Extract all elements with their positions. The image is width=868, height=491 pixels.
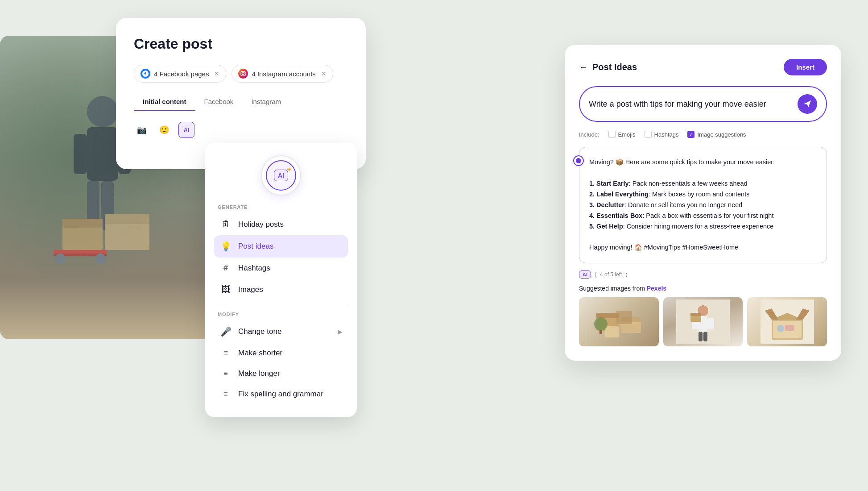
image-person-content	[663, 297, 743, 346]
tab-facebook[interactable]: Facebook	[195, 93, 243, 111]
generate-section-label: GENERATE	[214, 204, 348, 210]
svg-rect-22	[616, 311, 632, 324]
emojis-label: Emojis	[618, 131, 636, 138]
hashtags-label: Hashtags	[238, 264, 270, 273]
svg-rect-2	[74, 134, 87, 174]
menu-item-make-longer[interactable]: ≡ Make longer	[214, 363, 348, 384]
menu-item-change-tone[interactable]: 🎤 Change tone ▶	[214, 320, 348, 343]
image-thumb-3[interactable]	[747, 297, 827, 346]
svg-rect-18	[596, 313, 619, 318]
menu-item-fix-spelling[interactable]: ≡ Fix spelling and grammar	[214, 384, 348, 404]
image-upload-icon[interactable]: 📷	[134, 122, 150, 138]
svg-rect-7	[62, 219, 103, 228]
longer-icon: ≡	[219, 370, 232, 378]
ai-generate-menu: AI GENERATE 🗓 Holiday posts 💡 Post ideas…	[205, 143, 357, 417]
tab-instagram[interactable]: Instagram	[242, 93, 290, 111]
image-suggestions-label: Image suggestions	[697, 131, 746, 138]
svg-rect-31	[703, 332, 707, 341]
include-bar: Include: Emojis Hashtags ✓ Image suggest…	[579, 131, 827, 138]
include-hashtags[interactable]: Hashtags	[645, 131, 679, 138]
result-item-5: 5. Get Help: Consider hiring movers for …	[589, 221, 817, 232]
make-shorter-label: Make shorter	[238, 349, 282, 358]
image-suggestions-checkbox[interactable]: ✓	[687, 131, 694, 138]
menu-item-post-ideas[interactable]: 💡 Post ideas	[214, 235, 348, 258]
result-radio[interactable]	[573, 155, 584, 166]
images-icon: 🖼	[219, 284, 232, 295]
instagram-tag[interactable]: 4 Instagram accounts ✕	[231, 65, 333, 83]
emojis-checkbox[interactable]	[608, 131, 616, 138]
result-text: Moving? 📦 Here are some quick tips to ma…	[589, 157, 817, 253]
svg-rect-30	[699, 332, 703, 341]
image-thumb-2[interactable]	[663, 297, 743, 346]
result-item-3: 3. Declutter: Donate or sell items you n…	[589, 200, 817, 211]
fix-spelling-label: Fix spelling and grammar	[238, 390, 323, 399]
svg-rect-9	[105, 214, 149, 224]
instagram-tag-label: 4 Instagram accounts	[252, 70, 315, 78]
ai-editor-icon[interactable]: AI	[178, 122, 194, 138]
result-radio-inner	[576, 158, 581, 163]
svg-point-12	[55, 254, 66, 264]
menu-item-hashtags[interactable]: # Hashtags	[214, 258, 348, 279]
result-intro: Moving? 📦 Here are some quick tips to ma…	[589, 157, 817, 168]
svg-point-15	[242, 73, 244, 75]
hashtag-icon: #	[219, 263, 232, 273]
image-thumb-1[interactable]	[579, 297, 659, 346]
svg-rect-24	[599, 330, 602, 334]
prompt-text: Write a post with tips for making your m…	[589, 100, 791, 109]
back-arrow-icon: ←	[579, 62, 588, 72]
svg-point-0	[87, 96, 118, 127]
ai-button-inner: AI	[266, 160, 296, 191]
result-footer: Happy moving! 🏠 #MovingTips #HomeSweetHo…	[589, 242, 817, 253]
result-item-1: 1. Start Early: Pack non-essentials a fe…	[589, 179, 817, 189]
post-ideas-label: Post ideas	[238, 242, 273, 251]
images-label: Images	[238, 285, 263, 294]
create-post-title: Create post	[134, 36, 348, 52]
instagram-tag-close[interactable]: ✕	[321, 70, 327, 77]
insert-button[interactable]: Insert	[784, 59, 827, 75]
ai-button-large[interactable]: AI	[261, 155, 301, 196]
panel-back-button[interactable]: ← Post Ideas	[579, 62, 637, 72]
svg-point-23	[594, 317, 608, 331]
svg-point-13	[95, 254, 106, 264]
include-emojis[interactable]: Emojis	[608, 131, 636, 138]
svg-point-16	[244, 72, 245, 73]
panel-title: Post Ideas	[592, 62, 637, 72]
suggested-images-grid	[579, 297, 827, 346]
emoji-icon[interactable]: 🙂	[156, 122, 172, 138]
panel-header: ← Post Ideas Insert	[579, 59, 827, 75]
prompt-box: Write a post with tips for making your m…	[579, 86, 827, 122]
holiday-posts-label: Holiday posts	[238, 220, 284, 229]
editor-icons-row: 📷 🙂 AI	[134, 122, 348, 138]
suggested-images-label: Suggested images from Pexels	[579, 285, 827, 292]
calendar-icon: 🗓	[219, 219, 232, 229]
result-item-2: 2. Label Everything: Mark boxes by room …	[589, 189, 817, 200]
svg-rect-29	[707, 318, 714, 329]
menu-item-images[interactable]: 🖼 Images	[214, 279, 348, 300]
svg-rect-41	[785, 325, 794, 331]
include-label: Include:	[579, 131, 599, 138]
ai-uses-left: 4 of 5 left	[600, 271, 622, 278]
send-prompt-button[interactable]	[798, 94, 817, 114]
tab-initial-content[interactable]: Initial content	[134, 93, 195, 111]
arrow-right-icon: ▶	[338, 328, 343, 335]
facebook-tag-close[interactable]: ✕	[214, 70, 219, 77]
pexels-link[interactable]: Pexels	[647, 285, 666, 292]
svg-rect-1	[87, 127, 118, 181]
svg-point-40	[777, 325, 784, 332]
spelling-icon: ≡	[219, 390, 232, 398]
menu-item-holiday-posts[interactable]: 🗓 Holiday posts	[214, 213, 348, 235]
result-card: Moving? 📦 Here are some quick tips to ma…	[579, 147, 827, 263]
content-tabs: Initial content Facebook Instagram	[134, 93, 348, 111]
svg-rect-10	[54, 250, 107, 254]
ai-counter-text: (	[595, 271, 596, 278]
include-image-suggestions[interactable]: ✓ Image suggestions	[687, 131, 746, 138]
facebook-tag-label: 4 Facebook pages	[154, 70, 209, 78]
post-ideas-panel: ← Post Ideas Insert Write a post with ti…	[565, 45, 841, 361]
microphone-icon: 🎤	[219, 326, 232, 337]
ai-counter-close: )	[625, 271, 627, 278]
ai-badge-small: AI	[579, 270, 591, 279]
facebook-tag[interactable]: 4 Facebook pages ✕	[134, 65, 226, 83]
result-item-4: 4. Essentials Box: Pack a box with essen…	[589, 211, 817, 221]
hashtags-checkbox[interactable]	[645, 131, 652, 138]
menu-item-make-shorter[interactable]: ≡ Make shorter	[214, 343, 348, 363]
